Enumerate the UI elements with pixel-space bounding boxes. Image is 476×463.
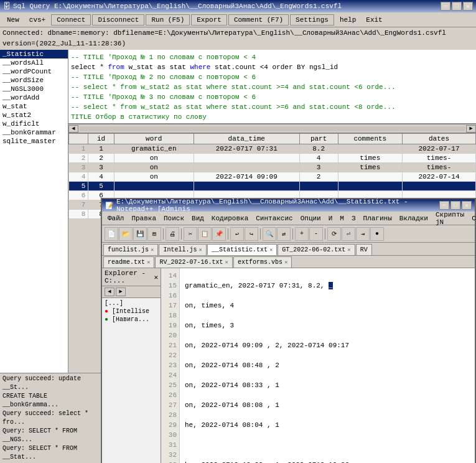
npp-tool-new[interactable]: 📄 [105,227,118,241]
notepadpp-window: 📝 E:\Документы\Литература\_English\__Сло… [101,198,476,463]
explorer-back-button[interactable]: ◄ [105,288,114,296]
npp-tool-sync[interactable]: ⟳ [327,227,341,241]
npp-menu-z[interactable]: З [348,214,359,223]
npp-menu-scripts[interactable]: Скрипты jN [432,210,467,227]
sql-editor[interactable]: -- TITLE 'Проход № 1 по словам с повторо… [68,50,476,124]
explorer-close-icon[interactable]: ✕ [154,273,158,281]
explorer-tree[interactable]: [...] ● [Intellise ● [Навига... [102,298,161,463]
menu-exit[interactable]: Exit [362,15,386,25]
table-row-selected[interactable]: 5 5 [69,182,476,191]
menu-run[interactable]: Run (F5) [146,14,190,26]
explorer-forward-button[interactable]: ► [116,288,126,296]
menu-comment[interactable]: Comment (F7) [228,14,289,26]
sidebar-item-statistic[interactable]: _Statistic [0,50,68,58]
sidebar-item-wstat[interactable]: w_stat [0,102,68,111]
npp-menu-file[interactable]: Файл [105,214,127,223]
sidebar-item-bonkgrammar[interactable]: __bonkGrammar [0,128,68,137]
sidebar-item-wordadd[interactable]: __wordAdd [0,93,68,102]
npp-menu-syntax[interactable]: Синтаксис [253,214,296,223]
tab-intelljs-label: Intell.js [163,246,197,253]
tab-extforms[interactable]: extforms.vbs ✕ [233,256,292,268]
sidebar-item-sqlitemaster[interactable]: sqlite_master [0,137,68,146]
sql-hscroll[interactable]: ◄ ► [68,124,476,133]
code-editor[interactable]: 14151617 18192021 22232425 26272829 3031… [161,268,475,463]
sidebar-item-wordsall[interactable]: __wordsAll [0,58,68,67]
sidebar-item-wordsize[interactable]: __wordSize [0,76,68,85]
tab-readme[interactable]: readme.txt ✕ [103,256,154,268]
npp-tool-macro[interactable]: ● [370,227,384,241]
npp-tool-find[interactable]: 🔍 [263,227,276,241]
code-content[interactable]: 14151617 18192021 22232425 26272829 3031… [161,268,475,463]
npp-tool-redo[interactable]: ↪ [245,227,258,241]
npp-menu-view[interactable]: Вид [189,214,207,223]
npp-tool-replace[interactable]: ⇄ [277,227,291,241]
tab-rv2022[interactable]: RV_2022-07-16.txt ✕ [155,256,232,268]
npp-menu-m[interactable]: М [337,214,347,223]
sidebar-item-wordpcount[interactable]: __wordPCount [0,67,68,76]
table-row[interactable]: 2 2 on 4 times times- [69,154,476,163]
tab-funclist-close[interactable]: ✕ [151,246,154,253]
npp-menu-i[interactable]: И [325,214,336,223]
tab-gt2022[interactable]: GT_2022-06-02.txt ✕ [278,244,355,255]
tab-statistic[interactable]: __Statistic.txt ✕ [207,244,277,255]
tab-gt2022-close[interactable]: ✕ [347,246,350,253]
table-row[interactable]: 3 3 on 3 times times- [69,163,476,172]
tree-item-parent[interactable]: [...] [103,299,159,307]
scroll-right-button[interactable]: ► [466,125,476,133]
npp-tool-cut[interactable]: ✂ [184,227,197,241]
tree-item-intellise[interactable]: ● [Intellise [103,307,159,316]
tab-funclist[interactable]: funclist.js ✕ [103,244,158,255]
close-button[interactable]: ✕ [463,2,473,11]
npp-menu-tabs[interactable]: Вкладки [396,214,431,223]
tab-readme-close[interactable]: ✕ [147,259,150,266]
npp-menu-options[interactable]: Опции [297,214,324,223]
npp-menu-edit[interactable]: Правка [128,214,159,223]
tab-intelljs[interactable]: Intell.js ✕ [159,244,206,255]
menu-export[interactable]: Export [191,14,227,26]
tab-extforms-close[interactable]: ✕ [284,259,287,266]
table-row[interactable]: 4 4 on 2022-0714 09:09 2 2022-07-14 [69,172,476,182]
sidebar-item-wdificlt[interactable]: w_dificlt [0,119,68,128]
npp-toolbar-sep6 [325,228,325,240]
npp-minimize-button[interactable]: ─ [439,201,449,210]
npp-tool-zoom-in[interactable]: + [295,227,309,241]
npp-menu-s[interactable]: С [469,214,476,223]
npp-menu-encoding[interactable]: Кодировка [208,214,251,223]
sql-line-5: -- TITLE 'Проход № 3 по словам с повторо… [71,92,474,102]
table-row[interactable]: 1 1 gramatic_en 2022-0717 07:31 8.2 2022… [69,144,476,154]
tab-statistic-close[interactable]: ✕ [269,246,273,253]
menu-help[interactable]: help [335,15,360,25]
sidebar-item-wstat2[interactable]: w_stat2 [0,111,68,119]
tab-intelljs-close[interactable]: ✕ [198,246,202,253]
npp-tool-wrap[interactable]: ⏎ [342,227,355,241]
menu-disconnect[interactable]: Disconnect [92,14,144,26]
status-line1: Connected: dbname=:memory: dbfilename=E:… [2,28,474,39]
minimize-button[interactable]: ─ [441,2,450,11]
npp-tool-copy[interactable]: 📋 [198,227,212,241]
tab-rv[interactable]: RV [356,244,372,255]
npp-tool-print[interactable]: 🖨 [166,227,179,241]
npp-menu-search[interactable]: Поиск [161,214,187,223]
sql-line-6: -- select * from w_stat2 as stat where s… [71,102,474,112]
npp-close-button[interactable]: ✕ [462,201,472,210]
npp-tool-undo[interactable]: ↩ [230,227,244,241]
npp-tool-zoom-out[interactable]: - [309,227,323,241]
npp-tool-saveall[interactable]: ⊞ [147,227,161,241]
sidebar-item-ngsl3000[interactable]: __NGSL3000 [0,85,68,93]
npp-menu-plugins[interactable]: Плагины [360,214,395,223]
npp-tool-open[interactable]: 📂 [119,227,133,241]
menu-settings[interactable]: Settings [290,14,334,26]
maximize-button[interactable]: □ [452,2,462,11]
menu-cvs[interactable]: cvs+ [25,15,50,25]
tree-item-naviga[interactable]: ● [Навига... [103,316,159,324]
menu-connect[interactable]: Connect [51,14,91,26]
npp-tool-paste[interactable]: 📌 [212,227,226,241]
tab-rv2022-close[interactable]: ✕ [225,259,228,266]
npp-tool-save[interactable]: 💾 [133,227,147,241]
npp-maximize-button[interactable]: □ [450,201,460,210]
scroll-left-button[interactable]: ◄ [68,125,78,133]
sql-line-7: TITLE Отбор в статистику по слову [71,112,474,122]
npp-toolbar-sep2 [181,228,182,240]
menu-new[interactable]: New [2,15,24,25]
npp-tool-indent[interactable]: ⇥ [356,227,370,241]
